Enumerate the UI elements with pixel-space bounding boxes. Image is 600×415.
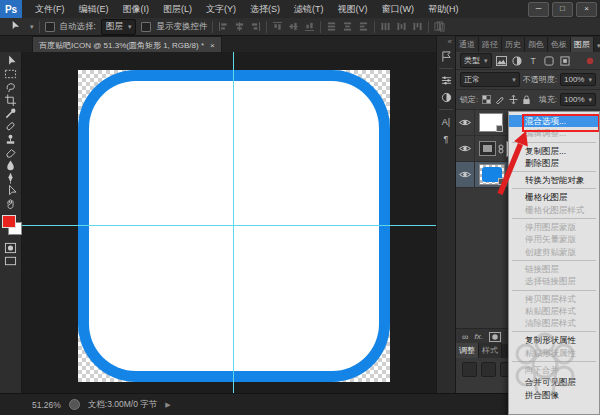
tab-adjustments[interactable]: 调整	[456, 343, 479, 358]
menu-item-copy-layer-style[interactable]: 拷贝图层样式	[509, 293, 599, 305]
panel-menu-icon[interactable]: ▾≡	[594, 40, 600, 52]
link-layers-icon[interactable]: ∞	[462, 332, 468, 342]
tab-color[interactable]: 颜色	[525, 37, 548, 52]
spot-healing-brush-tool[interactable]	[1, 120, 21, 132]
menu-item-create-clipping-mask[interactable]: 创建剪贴蒙版	[509, 246, 599, 258]
lock-transparency-icon[interactable]	[481, 94, 491, 106]
foreground-color-swatch[interactable]	[2, 215, 16, 228]
align-vertical-centers-icon[interactable]	[234, 21, 245, 32]
hand-tool[interactable]	[1, 198, 21, 210]
tab-styles[interactable]: 样式	[479, 343, 502, 358]
filter-adjustment-layers-icon[interactable]	[511, 55, 524, 67]
fill-dropdown[interactable]: 100% ▾	[560, 93, 596, 106]
menu-item-link-layers[interactable]: 链接图层	[509, 263, 599, 275]
menu-item-blend-options[interactable]: 混合选项...	[509, 115, 599, 127]
menu-filter[interactable]: 滤镜(T)	[287, 0, 331, 18]
menu-item-clear-layer-style[interactable]: 清除图层样式	[509, 317, 599, 329]
menu-item-disable-vector-mask[interactable]: 停用矢量蒙版	[509, 233, 599, 245]
menu-image[interactable]: 图像(I)	[116, 0, 157, 18]
lock-pixels-icon[interactable]	[495, 94, 505, 106]
crop-tool[interactable]	[1, 94, 21, 106]
menu-item-rasterize-layer[interactable]: 栅格化图层	[509, 191, 599, 203]
filter-smart-objects-icon[interactable]	[559, 55, 572, 67]
layer-thumbnail[interactable]	[479, 164, 505, 185]
menu-type[interactable]: 文字(Y)	[199, 0, 243, 18]
rectangular-marquee-tool[interactable]	[1, 68, 21, 80]
layer-style-fx-icon[interactable]: fx.	[474, 332, 482, 341]
blend-mode-dropdown[interactable]: 正常 ▾	[460, 72, 520, 87]
auto-align-layers-icon[interactable]	[434, 21, 445, 32]
screen-mode-button[interactable]	[1, 255, 21, 267]
document-canvas[interactable]	[78, 70, 390, 382]
layer-visibility-toggle[interactable]	[456, 162, 475, 187]
filter-kind-dropdown[interactable]: 类型 ▾	[460, 53, 492, 68]
distribute-vertical-centers-icon[interactable]	[342, 21, 353, 32]
filter-shape-layers-icon[interactable]	[543, 55, 556, 67]
zoom-level-field[interactable]: 51.26%	[32, 400, 61, 410]
lock-all-icon[interactable]	[521, 94, 531, 106]
adjustment-preset-icon[interactable]	[462, 362, 477, 377]
expand-panels-icon[interactable]: «	[448, 36, 455, 48]
adjustment-preset-icon[interactable]	[481, 362, 496, 377]
menu-layer[interactable]: 图层(L)	[156, 0, 199, 18]
clone-stamp-tool[interactable]	[1, 133, 21, 145]
eyedropper-tool[interactable]	[1, 107, 21, 119]
menu-item-paste-shape-attributes[interactable]: 粘贴形状属性	[509, 347, 599, 359]
layer-visibility-toggle[interactable]	[456, 136, 475, 161]
pen-tool[interactable]	[1, 172, 21, 184]
distribute-top-icon[interactable]	[326, 21, 337, 32]
menu-item-rasterize-layer-style[interactable]: 栅格化图层样式	[509, 204, 599, 216]
tab-channels[interactable]: 通道	[456, 37, 479, 52]
minimize-button[interactable]: ─	[528, 2, 549, 17]
align-left-edges-icon[interactable]	[272, 21, 283, 32]
distribute-bottom-icon[interactable]	[358, 21, 369, 32]
menu-item-edit-adjustment[interactable]: 编辑调整...	[509, 127, 599, 139]
tab-close-icon[interactable]: ×	[210, 41, 215, 50]
layer-thumbnail[interactable]	[479, 141, 496, 156]
menu-view[interactable]: 视图(V)	[331, 0, 375, 18]
menu-item-duplicate-layer[interactable]: 复制图层...	[509, 145, 599, 157]
align-top-edges-icon[interactable]	[218, 21, 229, 32]
menu-item-convert-to-smart-object[interactable]: 转换为智能对象	[509, 174, 599, 186]
menu-item-paste-layer-style[interactable]: 粘贴图层样式	[509, 305, 599, 317]
menu-item-merge-visible[interactable]: 合并可见图层	[509, 376, 599, 388]
adjustments-panel-icon[interactable]	[437, 89, 455, 106]
eraser-tool[interactable]	[1, 146, 21, 158]
move-tool[interactable]	[1, 55, 21, 67]
filter-pixel-layers-icon[interactable]	[495, 55, 508, 67]
maximize-button[interactable]: □	[552, 2, 573, 17]
auto-select-checkbox[interactable]	[45, 22, 55, 32]
distribute-horizontal-centers-icon[interactable]	[396, 21, 407, 32]
horizontal-guide[interactable]	[22, 225, 436, 226]
document-tab[interactable]: 百度贴吧ICON @ 51.3%(圆角矩形 1, RGB/8) * ×	[32, 36, 222, 53]
align-right-edges-icon[interactable]	[304, 21, 315, 32]
close-button[interactable]: ×	[576, 2, 597, 17]
opacity-dropdown[interactable]: 100% ▾	[560, 73, 596, 86]
align-bottom-edges-icon[interactable]	[250, 21, 261, 32]
lasso-tool[interactable]	[1, 81, 21, 93]
menu-item-merge-down[interactable]: 向下合并	[509, 364, 599, 376]
path-selection-tool[interactable]	[1, 185, 21, 197]
menu-help[interactable]: 帮助(H)	[421, 0, 466, 18]
tab-history[interactable]: 历史	[502, 37, 525, 52]
filter-toggle-icon[interactable]	[583, 55, 596, 67]
menu-window[interactable]: 窗口(W)	[375, 0, 422, 18]
quick-mask-button[interactable]	[1, 242, 21, 254]
filter-type-layers-icon[interactable]: T	[527, 55, 540, 67]
menu-edit[interactable]: 编辑(E)	[72, 0, 116, 18]
layer-visibility-toggle[interactable]	[456, 110, 475, 135]
vertical-guide[interactable]	[233, 52, 234, 393]
align-horizontal-centers-icon[interactable]	[288, 21, 299, 32]
tab-swatches[interactable]: 色板	[548, 37, 571, 52]
info-panel-icon[interactable]	[437, 72, 455, 89]
menu-file[interactable]: 文件(F)	[28, 0, 72, 18]
auto-select-dropdown[interactable]: 图层 ▾	[101, 19, 137, 35]
menu-item-flatten-image[interactable]: 拼合图像	[509, 389, 599, 401]
menu-select[interactable]: 选择(S)	[243, 0, 287, 18]
menu-item-copy-shape-attributes[interactable]: 复制形状属性	[509, 334, 599, 346]
move-tool-preset-icon[interactable]	[5, 20, 25, 32]
layer-thumbnail[interactable]	[479, 113, 503, 132]
menu-item-delete-layer[interactable]: 删除图层	[509, 157, 599, 169]
tab-paths[interactable]: 路径	[479, 37, 502, 52]
character-panel-icon[interactable]: A|	[437, 113, 455, 130]
